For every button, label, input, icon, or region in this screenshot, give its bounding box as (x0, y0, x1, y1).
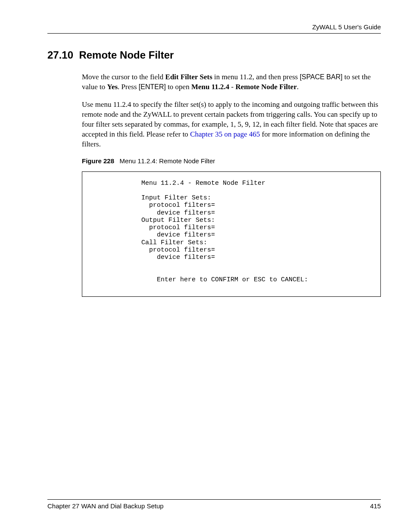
header-rule (47, 33, 381, 34)
bold-text: Yes (107, 83, 118, 91)
figure-label: Figure 228 (82, 157, 114, 165)
footer-chapter: Chapter 27 WAN and Dial Backup Setup (47, 502, 164, 510)
bold-text: Remote Node Filter (235, 83, 297, 91)
cross-reference-link[interactable]: Chapter 35 on page 465 (190, 130, 260, 138)
page-header: ZyWALL 5 User's Guide (47, 23, 381, 34)
text: Move the cursor to the field (82, 73, 165, 81)
footer-row: Chapter 27 WAN and Dial Backup Setup 415 (47, 502, 381, 510)
section-number: 27.10 (47, 49, 73, 61)
text: in menu 11.2, and then press (212, 73, 300, 81)
figure-caption: Figure 228 Menu 11.2.4: Remote Node Filt… (82, 157, 381, 165)
figure-caption-text: Menu 11.2.4: Remote Node Filter (120, 157, 215, 165)
text: - (229, 83, 235, 91)
text: . Press (118, 83, 139, 91)
guide-title: ZyWALL 5 User's Guide (47, 23, 381, 33)
bold-text: Edit Filter Sets (165, 73, 212, 81)
paragraph-2: Use menu 11.2.4 to specify the filter se… (82, 100, 381, 149)
text: to open (166, 83, 191, 91)
paragraph-1: Move the cursor to the field Edit Filter… (82, 72, 381, 92)
key-label: [SPACE BAR] (300, 73, 342, 81)
section-heading: 27.10 Remote Node Filter (47, 49, 381, 61)
page-footer: Chapter 27 WAN and Dial Backup Setup 415 (47, 499, 381, 510)
footer-page-number: 415 (370, 502, 381, 510)
bold-text: Menu 11.2.4 (191, 83, 229, 91)
footer-rule (47, 499, 381, 500)
section-title: Remote Node Filter (79, 49, 174, 61)
code-box: Menu 11.2.4 - Remote Node Filter Input F… (82, 171, 381, 297)
key-label: [ENTER] (139, 83, 166, 90)
page-content: 27.10 Remote Node Filter Move the cursor… (47, 23, 381, 297)
text: . (297, 83, 299, 91)
